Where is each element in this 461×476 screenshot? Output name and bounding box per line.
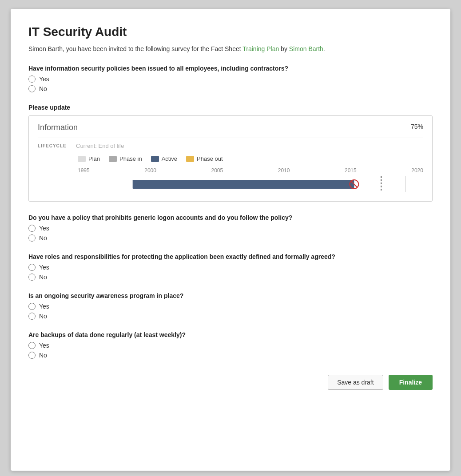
- year-2000: 2000: [144, 167, 156, 174]
- radio-q3-no[interactable]: No: [28, 274, 433, 281]
- question-label-4: Is an ongoing security awareness program…: [28, 292, 433, 299]
- info-box-title: Information: [38, 123, 78, 132]
- radio-label-q2-yes: Yes: [39, 225, 49, 232]
- radio-input-q4-no[interactable]: [28, 313, 36, 320]
- lifecycle-status: Current: End of life: [76, 143, 124, 149]
- radio-q5-yes[interactable]: Yes: [28, 342, 433, 349]
- question-block-2: Do you have a policy that prohibits gene…: [28, 214, 433, 242]
- radio-label-q1-no: No: [39, 85, 47, 92]
- lifecycle-row: LIFECYCLE Current: End of life: [38, 138, 423, 149]
- radio-q1-no[interactable]: No: [28, 85, 433, 92]
- radio-label-q5-yes: Yes: [39, 342, 49, 349]
- radio-label-q1-yes: Yes: [39, 75, 49, 83]
- question-label-2: Do you have a policy that prohibits gene…: [28, 214, 433, 221]
- year-labels: 1995 2000 2005 2010 2015 2020: [78, 167, 423, 174]
- timeline-area: 1995 2000 2005 2010 2015 2020: [38, 167, 423, 192]
- timeline-track: [78, 176, 423, 192]
- year-2015: 2015: [345, 167, 357, 174]
- radio-input-q5-no[interactable]: [28, 352, 36, 359]
- question-block-5: Are backups of data done regularly (at l…: [28, 331, 433, 359]
- radio-q2-yes[interactable]: Yes: [28, 225, 433, 232]
- year-1995: 1995: [78, 167, 90, 174]
- please-update-block: Please update Information 75% LIFECYCLE …: [28, 104, 433, 202]
- info-box-percent: 75%: [411, 123, 423, 130]
- radio-input-q2-yes[interactable]: [28, 225, 36, 232]
- radio-q4-yes[interactable]: Yes: [28, 303, 433, 310]
- radio-label-q2-no: No: [39, 234, 47, 242]
- radio-q3-yes[interactable]: Yes: [28, 264, 433, 271]
- legend-label-phase-in: Phase in: [119, 155, 142, 162]
- intro-text-middle: by: [279, 45, 289, 52]
- radio-input-q2-no[interactable]: [28, 234, 36, 242]
- year-2020: 2020: [411, 167, 423, 174]
- page-title: IT Security Audit: [28, 25, 433, 39]
- question-label-3: Have roles and responsibilities for prot…: [28, 253, 433, 260]
- page-container: IT Security Audit Simon Barth, you have …: [11, 9, 450, 471]
- legend-label-plan: Plan: [88, 155, 100, 162]
- radio-input-q3-no[interactable]: [28, 274, 36, 281]
- svg-rect-1: [133, 180, 354, 189]
- radio-input-q5-yes[interactable]: [28, 342, 36, 349]
- legend-swatch-plan: [78, 156, 86, 162]
- radio-q4-no[interactable]: No: [28, 313, 433, 320]
- legend-label-phase-out: Phase out: [197, 155, 223, 162]
- radio-input-q4-yes[interactable]: [28, 303, 36, 310]
- legend-swatch-active: [151, 156, 159, 162]
- intro-text-before: Simon Barth, you have been invited to th…: [28, 45, 242, 52]
- radio-label-q5-no: No: [39, 352, 47, 359]
- simon-barth-link[interactable]: Simon Barth: [289, 45, 323, 52]
- radio-input-q1-no[interactable]: [28, 85, 36, 92]
- legend-plan: Plan: [78, 155, 100, 162]
- radio-q5-no[interactable]: No: [28, 352, 433, 359]
- info-box-header: Information 75%: [38, 123, 423, 132]
- question-label-5: Are backups of data done regularly (at l…: [28, 331, 433, 338]
- intro-paragraph: Simon Barth, you have been invited to th…: [28, 45, 433, 52]
- question-block-4: Is an ongoing security awareness program…: [28, 292, 433, 320]
- radio-label-q4-yes: Yes: [39, 303, 49, 310]
- please-update-label: Please update: [28, 104, 433, 111]
- legend-swatch-phase-in: [109, 156, 117, 162]
- lifecycle-label: LIFECYCLE: [38, 143, 69, 148]
- legend-phase-out: Phase out: [186, 155, 223, 162]
- legend-label-active: Active: [162, 155, 177, 162]
- info-box: Information 75% LIFECYCLE Current: End o…: [28, 115, 433, 202]
- training-plan-link[interactable]: Training Plan: [242, 45, 279, 52]
- question-block-1: Have information security policies been …: [28, 65, 433, 92]
- radio-q2-no[interactable]: No: [28, 234, 433, 242]
- year-2005: 2005: [211, 167, 223, 174]
- year-2010: 2010: [278, 167, 290, 174]
- legend-active: Active: [151, 155, 177, 162]
- radio-input-q3-yes[interactable]: [28, 264, 36, 271]
- radio-q1-yes[interactable]: Yes: [28, 75, 433, 83]
- radio-input-q1-yes[interactable]: [28, 75, 36, 83]
- finalize-button[interactable]: Finalize: [389, 375, 433, 390]
- legend-swatch-phase-out: [186, 156, 194, 162]
- bottom-buttons: Save as draft Finalize: [28, 375, 433, 390]
- save-draft-button[interactable]: Save as draft: [328, 375, 383, 390]
- intro-text-after: .: [323, 45, 325, 52]
- radio-label-q4-no: No: [39, 313, 47, 320]
- question-label-1: Have information security policies been …: [28, 65, 433, 72]
- timeline-svg: [78, 176, 423, 192]
- radio-label-q3-yes: Yes: [39, 264, 49, 271]
- radio-label-q3-no: No: [39, 274, 47, 281]
- legend-phase-in: Phase in: [109, 155, 142, 162]
- question-block-3: Have roles and responsibilities for prot…: [28, 253, 433, 281]
- legend-row: Plan Phase in Active Phase out: [38, 155, 423, 162]
